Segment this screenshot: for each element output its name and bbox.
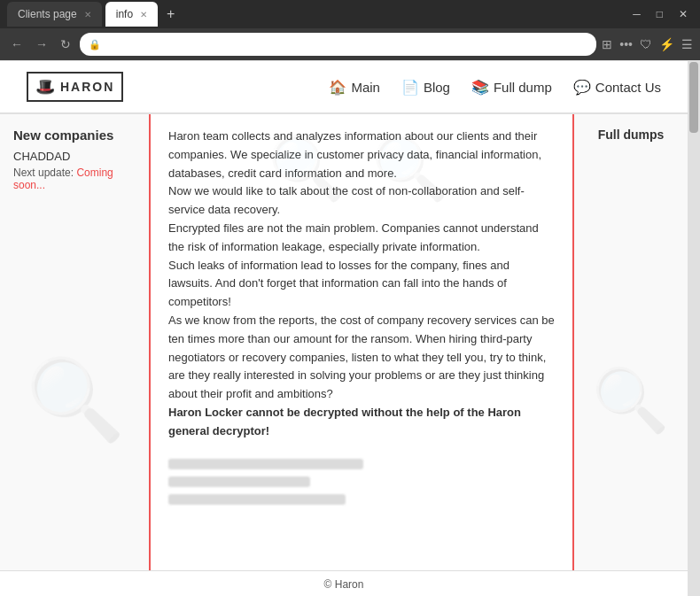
- right-panel-title: Full dumps: [583, 128, 679, 142]
- address-bar[interactable]: 🔒: [80, 33, 596, 56]
- extensions-icon[interactable]: ⊞: [602, 37, 612, 51]
- right-watermark: 🔍: [572, 229, 688, 570]
- sidebar-title: New companies: [13, 128, 136, 143]
- paragraph-4: Such leaks of information lead to losses…: [168, 257, 555, 312]
- back-button[interactable]: ←: [7, 35, 27, 53]
- tab-inactive-close[interactable]: ✕: [84, 10, 91, 19]
- site-header: 🎩 HARON 🏠 Main 📄 Blog 📚 Full dump: [0, 61, 688, 114]
- page-content: 🎩 HARON 🏠 Main 📄 Blog 📚 Full dump: [0, 60, 688, 596]
- address-text: 🔒: [89, 39, 101, 50]
- blur-line-3: [168, 494, 346, 505]
- blurred-content: [168, 459, 555, 505]
- sidebar: New companies CHADDAD Next update: Comin…: [0, 114, 151, 570]
- close-button[interactable]: ✕: [673, 6, 693, 22]
- scrollbar-thumb[interactable]: [689, 62, 698, 133]
- forward-button[interactable]: →: [32, 35, 51, 53]
- tab-active-label: info: [116, 8, 133, 20]
- right-panel: Full dumps 🔍: [572, 114, 688, 570]
- tab-active[interactable]: info ✕: [105, 2, 158, 27]
- content-paragraphs: Haron team collects and analyzes informa…: [168, 128, 555, 441]
- contact-icon: 💬: [573, 79, 591, 96]
- nav-main[interactable]: 🏠 Main: [329, 79, 380, 96]
- nav-main-label: Main: [351, 80, 380, 95]
- title-bar: Clients page ✕ info ✕ + ─ □ ✕: [0, 0, 700, 28]
- scrollbar-track[interactable]: [688, 60, 700, 596]
- paragraph-2: Now we would like to talk about the cost…: [168, 182, 555, 220]
- lightning-icon: ⚡: [659, 37, 674, 51]
- tab-active-close[interactable]: ✕: [140, 10, 147, 19]
- refresh-button[interactable]: ↻: [57, 35, 74, 53]
- maximize-button[interactable]: □: [651, 6, 668, 22]
- content-area: 🔍 🔍 Haron team collects and analyzes inf…: [151, 114, 572, 570]
- site-footer: © Haron: [0, 570, 688, 596]
- browser-content: 🎩 HARON 🏠 Main 📄 Blog 📚 Full dump: [0, 60, 700, 596]
- tab-inactive[interactable]: Clients page ✕: [7, 2, 102, 27]
- logo-icon: 🎩: [35, 77, 55, 97]
- nav-blog-label: Blog: [424, 80, 450, 95]
- footer-text: © Haron: [324, 578, 364, 591]
- nav-bar: ← → ↻ 🔒 ⊞ ••• 🛡 ⚡ ☰: [0, 28, 700, 60]
- paragraph-5: As we know from the reports, the cost of…: [168, 312, 555, 404]
- sidebar-company: CHADDAD: [13, 150, 136, 163]
- new-tab-button[interactable]: +: [161, 6, 180, 22]
- logo-text: HARON: [60, 80, 114, 94]
- full-dump-icon: 📚: [471, 79, 489, 96]
- shield-icon: 🛡: [640, 37, 652, 51]
- site-navigation: 🏠 Main 📄 Blog 📚 Full dump 💬 Contact Us: [329, 79, 661, 96]
- nav-blog[interactable]: 📄 Blog: [401, 79, 450, 96]
- nav-contact-us[interactable]: 💬 Contact Us: [573, 79, 661, 96]
- window-controls: ─ □ ✕: [627, 6, 693, 22]
- nav-contact-label: Contact Us: [595, 80, 661, 95]
- main-layout: New companies CHADDAD Next update: Comin…: [0, 114, 688, 570]
- sidebar-watermark: 🔍: [0, 229, 151, 570]
- minimize-button[interactable]: ─: [627, 6, 646, 22]
- menu-icon[interactable]: ☰: [681, 37, 693, 51]
- blur-line-2: [168, 476, 310, 487]
- browser-nav-icons: ⊞ ••• 🛡 ⚡ ☰: [602, 37, 693, 51]
- nav-full-dump[interactable]: 📚 Full dump: [471, 79, 552, 96]
- tab-inactive-label: Clients page: [18, 8, 77, 20]
- paragraph-1: Haron team collects and analyzes informa…: [168, 128, 555, 182]
- sidebar-update-label: Next update:: [13, 166, 74, 179]
- paragraph-bold: Haron Locker cannot be decrypted without…: [168, 404, 555, 441]
- blur-line-1: [168, 459, 363, 469]
- more-options-icon[interactable]: •••: [619, 37, 633, 51]
- paragraph-3: Encrypted files are not the main problem…: [168, 220, 555, 257]
- blog-icon: 📄: [401, 79, 419, 96]
- sidebar-update: Next update: Coming soon...: [13, 166, 136, 191]
- nav-full-dump-label: Full dump: [494, 80, 552, 95]
- home-icon: 🏠: [329, 79, 346, 96]
- logo: 🎩 HARON: [27, 72, 123, 102]
